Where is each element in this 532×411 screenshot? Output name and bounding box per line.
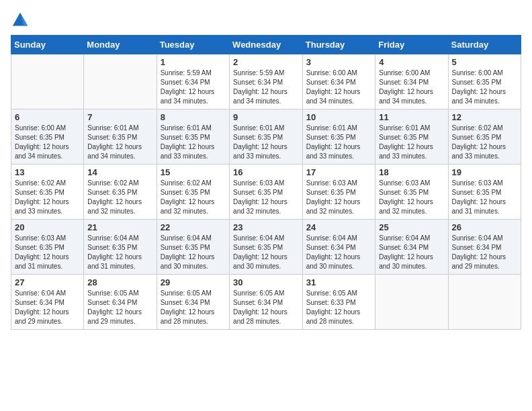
day-number: 13 <box>15 167 80 177</box>
day-number: 20 <box>15 222 80 232</box>
calendar-week-row: 1Sunrise: 5:59 AM Sunset: 6:34 PM Daylig… <box>11 54 521 109</box>
day-number: 18 <box>379 167 444 177</box>
day-header-wednesday: Wednesday <box>230 36 303 54</box>
calendar-cell: 19Sunrise: 6:03 AM Sunset: 6:35 PM Dayli… <box>448 165 521 220</box>
day-info: Sunrise: 6:03 AM Sunset: 6:35 PM Dayligh… <box>379 179 444 216</box>
day-info: Sunrise: 6:03 AM Sunset: 6:35 PM Dayligh… <box>233 179 299 216</box>
day-number: 2 <box>233 57 299 67</box>
day-info: Sunrise: 6:04 AM Sunset: 6:35 PM Dayligh… <box>161 234 226 271</box>
day-number: 24 <box>306 222 371 232</box>
calendar-cell: 23Sunrise: 6:04 AM Sunset: 6:35 PM Dayli… <box>230 220 303 275</box>
calendar-cell: 9Sunrise: 6:01 AM Sunset: 6:35 PM Daylig… <box>230 109 303 165</box>
page-header <box>11 11 521 30</box>
calendar-week-row: 20Sunrise: 6:03 AM Sunset: 6:35 PM Dayli… <box>11 220 521 275</box>
logo <box>11 11 32 30</box>
day-header-saturday: Saturday <box>448 36 521 54</box>
calendar-cell: 22Sunrise: 6:04 AM Sunset: 6:35 PM Dayli… <box>157 220 229 275</box>
day-info: Sunrise: 6:05 AM Sunset: 6:33 PM Dayligh… <box>306 289 371 326</box>
day-number: 23 <box>233 222 299 232</box>
day-info: Sunrise: 6:02 AM Sunset: 6:35 PM Dayligh… <box>161 179 226 216</box>
day-number: 10 <box>306 112 371 122</box>
calendar-week-row: 6Sunrise: 6:00 AM Sunset: 6:35 PM Daylig… <box>11 109 521 165</box>
day-number: 8 <box>161 112 226 122</box>
calendar-cell: 15Sunrise: 6:02 AM Sunset: 6:35 PM Dayli… <box>157 165 229 220</box>
day-header-sunday: Sunday <box>11 36 84 54</box>
calendar-cell: 7Sunrise: 6:01 AM Sunset: 6:35 PM Daylig… <box>84 109 157 165</box>
day-number: 4 <box>379 57 444 67</box>
calendar-cell: 2Sunrise: 5:59 AM Sunset: 6:34 PM Daylig… <box>230 54 303 109</box>
calendar-cell: 5Sunrise: 6:00 AM Sunset: 6:35 PM Daylig… <box>448 54 521 109</box>
day-info: Sunrise: 6:02 AM Sunset: 6:35 PM Dayligh… <box>15 179 80 216</box>
day-number: 21 <box>87 222 152 232</box>
calendar-cell: 1Sunrise: 5:59 AM Sunset: 6:34 PM Daylig… <box>157 54 229 109</box>
day-number: 3 <box>306 57 371 67</box>
day-number: 1 <box>161 57 226 67</box>
day-header-monday: Monday <box>84 36 157 54</box>
day-info: Sunrise: 6:05 AM Sunset: 6:34 PM Dayligh… <box>233 289 299 326</box>
day-info: Sunrise: 6:02 AM Sunset: 6:35 PM Dayligh… <box>452 124 518 161</box>
day-info: Sunrise: 6:03 AM Sunset: 6:35 PM Dayligh… <box>452 179 518 216</box>
day-info: Sunrise: 6:01 AM Sunset: 6:35 PM Dayligh… <box>87 124 152 161</box>
day-number: 9 <box>233 112 299 122</box>
calendar-cell: 14Sunrise: 6:02 AM Sunset: 6:35 PM Dayli… <box>84 165 157 220</box>
day-number: 7 <box>87 112 152 122</box>
day-info: Sunrise: 6:00 AM Sunset: 6:35 PM Dayligh… <box>15 124 80 161</box>
day-number: 15 <box>161 167 226 177</box>
calendar-cell: 20Sunrise: 6:03 AM Sunset: 6:35 PM Dayli… <box>11 220 84 275</box>
calendar-cell: 8Sunrise: 6:01 AM Sunset: 6:35 PM Daylig… <box>157 109 229 165</box>
day-info: Sunrise: 6:00 AM Sunset: 6:34 PM Dayligh… <box>379 68 444 106</box>
day-number: 14 <box>87 167 152 177</box>
day-number: 25 <box>379 222 444 232</box>
day-info: Sunrise: 6:03 AM Sunset: 6:35 PM Dayligh… <box>15 234 80 271</box>
day-number: 5 <box>452 57 518 67</box>
calendar-cell: 13Sunrise: 6:02 AM Sunset: 6:35 PM Dayli… <box>11 165 84 220</box>
day-header-thursday: Thursday <box>302 36 375 54</box>
day-number: 31 <box>306 277 371 287</box>
calendar-cell <box>84 54 157 109</box>
calendar-cell: 6Sunrise: 6:00 AM Sunset: 6:35 PM Daylig… <box>11 109 84 165</box>
day-info: Sunrise: 6:04 AM Sunset: 6:34 PM Dayligh… <box>306 234 371 271</box>
day-info: Sunrise: 6:04 AM Sunset: 6:34 PM Dayligh… <box>15 289 80 326</box>
calendar-cell: 10Sunrise: 6:01 AM Sunset: 6:35 PM Dayli… <box>302 109 375 165</box>
calendar-cell: 27Sunrise: 6:04 AM Sunset: 6:34 PM Dayli… <box>11 275 84 330</box>
day-number: 6 <box>15 112 80 122</box>
day-number: 19 <box>452 167 518 177</box>
calendar-cell <box>11 54 84 109</box>
day-info: Sunrise: 6:05 AM Sunset: 6:34 PM Dayligh… <box>87 289 152 326</box>
calendar-cell: 4Sunrise: 6:00 AM Sunset: 6:34 PM Daylig… <box>375 54 448 109</box>
day-number: 26 <box>452 222 518 232</box>
calendar-cell: 26Sunrise: 6:04 AM Sunset: 6:34 PM Dayli… <box>448 220 521 275</box>
calendar-cell: 28Sunrise: 6:05 AM Sunset: 6:34 PM Dayli… <box>84 275 157 330</box>
day-number: 29 <box>161 277 226 287</box>
day-info: Sunrise: 6:04 AM Sunset: 6:35 PM Dayligh… <box>87 234 152 271</box>
day-info: Sunrise: 6:01 AM Sunset: 6:35 PM Dayligh… <box>306 124 371 161</box>
calendar-cell: 16Sunrise: 6:03 AM Sunset: 6:35 PM Dayli… <box>230 165 303 220</box>
calendar-week-row: 27Sunrise: 6:04 AM Sunset: 6:34 PM Dayli… <box>11 275 521 330</box>
calendar-cell <box>375 275 448 330</box>
logo-icon <box>11 11 30 30</box>
calendar-cell: 29Sunrise: 6:05 AM Sunset: 6:34 PM Dayli… <box>157 275 229 330</box>
day-info: Sunrise: 6:01 AM Sunset: 6:35 PM Dayligh… <box>379 124 444 161</box>
day-info: Sunrise: 6:00 AM Sunset: 6:35 PM Dayligh… <box>452 68 518 106</box>
calendar-cell: 31Sunrise: 6:05 AM Sunset: 6:33 PM Dayli… <box>302 275 375 330</box>
day-number: 28 <box>87 277 152 287</box>
calendar-cell: 30Sunrise: 6:05 AM Sunset: 6:34 PM Dayli… <box>230 275 303 330</box>
day-number: 30 <box>233 277 299 287</box>
day-header-tuesday: Tuesday <box>157 36 229 54</box>
day-number: 12 <box>452 112 518 122</box>
day-number: 22 <box>161 222 226 232</box>
calendar-cell: 12Sunrise: 6:02 AM Sunset: 6:35 PM Dayli… <box>448 109 521 165</box>
day-info: Sunrise: 5:59 AM Sunset: 6:34 PM Dayligh… <box>233 68 299 106</box>
day-number: 16 <box>233 167 299 177</box>
day-number: 11 <box>379 112 444 122</box>
calendar-cell: 25Sunrise: 6:04 AM Sunset: 6:34 PM Dayli… <box>375 220 448 275</box>
day-info: Sunrise: 6:01 AM Sunset: 6:35 PM Dayligh… <box>161 124 226 161</box>
day-info: Sunrise: 6:05 AM Sunset: 6:34 PM Dayligh… <box>161 289 226 326</box>
day-info: Sunrise: 6:00 AM Sunset: 6:34 PM Dayligh… <box>306 68 371 106</box>
day-number: 27 <box>15 277 80 287</box>
day-info: Sunrise: 6:03 AM Sunset: 6:35 PM Dayligh… <box>306 179 371 216</box>
day-info: Sunrise: 6:04 AM Sunset: 6:35 PM Dayligh… <box>233 234 299 271</box>
calendar-week-row: 13Sunrise: 6:02 AM Sunset: 6:35 PM Dayli… <box>11 165 521 220</box>
day-info: Sunrise: 6:04 AM Sunset: 6:34 PM Dayligh… <box>379 234 444 271</box>
calendar-table: SundayMondayTuesdayWednesdayThursdayFrid… <box>11 35 521 330</box>
